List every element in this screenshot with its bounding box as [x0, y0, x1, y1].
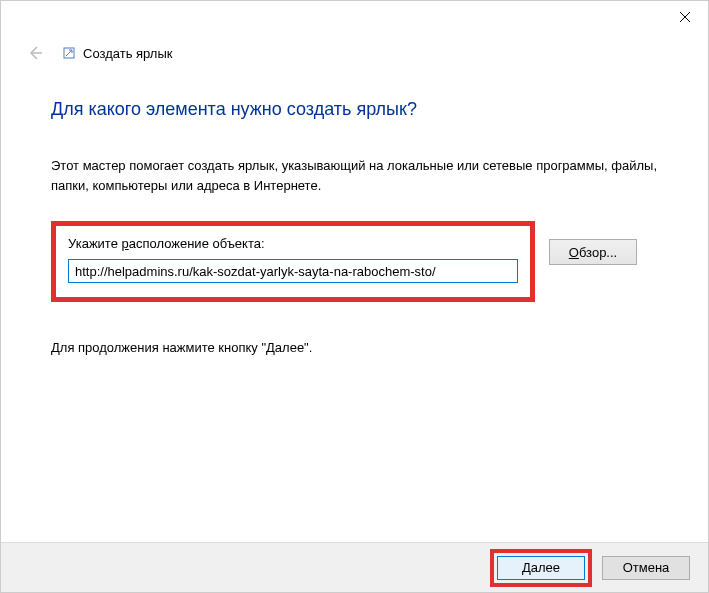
footer-bar: Далее Отмена: [1, 542, 708, 592]
content-area: Для какого элемента нужно создать ярлык?…: [1, 63, 708, 355]
location-highlight-box: Укажите расположение объекта:: [51, 221, 535, 302]
location-label-accel: р: [122, 236, 129, 251]
wizard-header: Создать ярлык: [1, 33, 708, 63]
arrow-left-icon: [27, 45, 43, 61]
location-label: Укажите расположение объекта:: [68, 236, 518, 251]
next-accel: Д: [522, 560, 531, 575]
close-button[interactable]: [662, 1, 708, 33]
browse-button[interactable]: Обзор...: [549, 239, 637, 265]
titlebar: [1, 1, 708, 33]
location-input[interactable]: [68, 259, 518, 283]
cancel-button[interactable]: Отмена: [602, 556, 690, 580]
close-icon: [680, 12, 690, 22]
back-button[interactable]: [25, 43, 45, 63]
description-text: Этот мастер помогает создать ярлык, указ…: [51, 156, 658, 195]
shortcut-icon: [63, 47, 75, 59]
page-heading: Для какого элемента нужно создать ярлык?: [51, 99, 658, 120]
next-text: алее: [531, 560, 560, 575]
location-label-post: асположение объекта:: [129, 236, 265, 251]
location-label-pre: Укажите: [68, 236, 122, 251]
continue-instruction: Для продолжения нажмите кнопку "Далее".: [51, 340, 658, 355]
browse-text: бзор...: [579, 245, 617, 260]
next-button[interactable]: Далее: [497, 556, 585, 580]
browse-accel: О: [569, 245, 579, 260]
next-highlight-box: Далее: [490, 549, 592, 587]
wizard-title: Создать ярлык: [83, 46, 172, 61]
